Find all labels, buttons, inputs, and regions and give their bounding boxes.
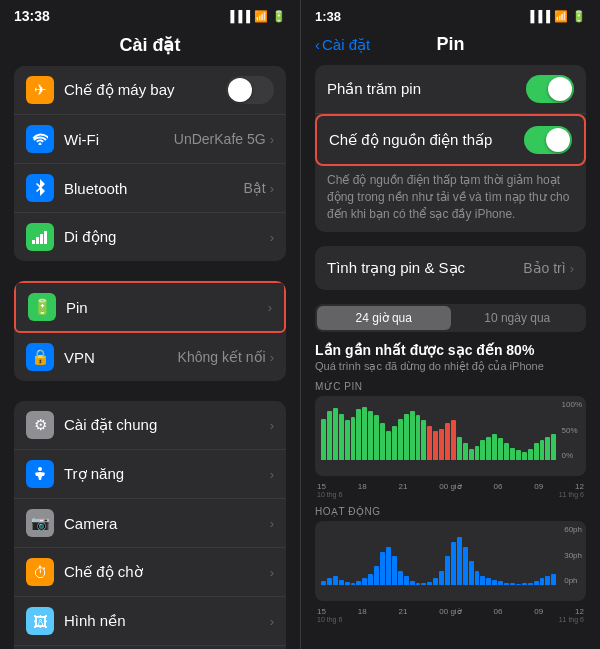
airplane-item[interactable]: ✈ Chế độ máy bay <box>14 66 286 115</box>
bar <box>486 578 491 586</box>
bar <box>392 556 397 585</box>
bar <box>416 583 421 586</box>
bar <box>451 420 456 461</box>
chart-tabs: 24 giờ qua 10 ngày qua <box>315 304 586 332</box>
standby-label: Chế độ chờ <box>64 563 270 581</box>
bar <box>427 426 432 461</box>
bar <box>445 556 450 585</box>
wifi-icon <box>26 125 54 153</box>
bar <box>386 547 391 586</box>
bar <box>545 437 550 460</box>
back-button[interactable]: ‹ Cài đặt <box>315 36 370 54</box>
wallpaper-label: Hình nền <box>64 612 270 630</box>
bluetooth-item[interactable]: Bluetooth Bật › <box>14 164 286 213</box>
tab-24h[interactable]: 24 giờ qua <box>317 306 451 330</box>
bar <box>498 581 503 586</box>
bar <box>421 420 426 461</box>
bar <box>386 431 391 460</box>
back-label: Cài đặt <box>322 36 370 54</box>
bar <box>351 583 356 586</box>
wallpaper-item[interactable]: 🖼 Hình nền › <box>14 597 286 646</box>
bar <box>534 443 539 460</box>
airplane-toggle[interactable] <box>226 76 274 104</box>
general-item[interactable]: ⚙ Cài đặt chung › <box>14 401 286 450</box>
bar <box>416 415 421 460</box>
tab-10days[interactable]: 10 ngày qua <box>451 306 585 330</box>
tinhtrang-chevron-icon: › <box>570 261 574 276</box>
bar <box>410 411 415 460</box>
bar <box>528 449 533 461</box>
bar <box>457 437 462 460</box>
hd-date-2: 11 thg 6 <box>559 616 584 623</box>
vpn-item[interactable]: 🔒 VPN Không kết nối › <box>14 333 286 381</box>
right-panel: 1:38 ▐▐▐ 📶 🔋 ‹ Cài đặt Pin Phần trăm pin… <box>300 0 600 649</box>
bar <box>356 409 361 460</box>
bar <box>398 419 403 461</box>
tinhtrang-item[interactable]: Tình trạng pin & Sạc Bảo trì › <box>315 246 586 290</box>
signal-icon: ▐▐▐ <box>227 10 250 22</box>
phantram-toggle[interactable] <box>526 75 574 103</box>
bar <box>534 581 539 586</box>
bar <box>439 571 444 586</box>
mobile-label: Di động <box>64 228 270 246</box>
right-status-bar: 1:38 ▐▐▐ 📶 🔋 <box>301 0 600 30</box>
bar <box>380 552 385 586</box>
hoat-dong-bars <box>321 527 580 585</box>
bar <box>469 449 474 461</box>
standby-item[interactable]: ⏱ Chế độ chờ › <box>14 548 286 597</box>
bar <box>463 443 468 460</box>
muc-pin-label: MỨC PIN <box>315 381 586 392</box>
svg-rect-1 <box>36 237 39 244</box>
left-status-icons: ▐▐▐ 📶 🔋 <box>227 10 286 23</box>
bar <box>510 583 515 585</box>
wifi-item[interactable]: Wi-Fi UnDerKafe 5G › <box>14 115 286 164</box>
left-time: 13:38 <box>14 8 50 24</box>
svg-point-4 <box>38 467 42 471</box>
bar <box>516 584 521 585</box>
chart-subtitle: Quá trình sạc đã dừng do nhiệt độ của iP… <box>315 360 586 373</box>
bar <box>356 581 361 586</box>
bar <box>339 414 344 460</box>
camera-item[interactable]: 📷 Camera › <box>14 499 286 548</box>
bar <box>368 411 373 460</box>
tinhtrang-group: Tình trạng pin & Sạc Bảo trì › <box>315 246 586 290</box>
bar <box>321 581 326 586</box>
hoat-dong-y-labels: 60ph 30ph 0ph <box>564 525 582 585</box>
airplane-label: Chế độ máy bay <box>64 81 226 99</box>
pin-item[interactable]: 🔋 Pin › <box>14 281 286 333</box>
bluetooth-chevron-icon: › <box>270 181 274 196</box>
phantram-item[interactable]: Phần trăm pin <box>315 65 586 114</box>
airplane-icon: ✈ <box>26 76 54 104</box>
settings-list: ✈ Chế độ máy bay Wi-Fi UnDerKafe 5G › <box>0 66 300 649</box>
bar <box>327 578 332 586</box>
bar <box>404 576 409 586</box>
bar <box>368 574 373 586</box>
accessibility-item[interactable]: Trợ năng › <box>14 450 286 499</box>
mobile-icon <box>26 223 54 251</box>
chedomguon-toggle[interactable] <box>524 126 572 154</box>
y-label-0: 0% <box>562 451 582 460</box>
bar <box>480 576 485 586</box>
left-page-title: Cài đặt <box>0 30 300 66</box>
bar <box>427 582 432 586</box>
wifi-value: UnDerKafe 5G <box>174 131 266 147</box>
general-icon: ⚙ <box>26 411 54 439</box>
bar <box>392 426 397 461</box>
general-chevron-icon: › <box>270 418 274 433</box>
wallpaper-chevron-icon: › <box>270 614 274 629</box>
bluetooth-label: Bluetooth <box>64 180 243 197</box>
bar <box>504 583 509 586</box>
y-label-100: 100% <box>562 400 582 409</box>
muc-pin-y-labels: 100% 50% 0% <box>562 400 582 460</box>
chart-title: Lần gần nhất được sạc đến 80% <box>315 342 586 358</box>
muc-pin-x-dates: 10 thg 6 11 thg 6 <box>315 491 586 498</box>
bar <box>433 431 438 460</box>
bar <box>362 578 367 586</box>
standby-icon: ⏱ <box>26 558 54 586</box>
vpn-chevron-icon: › <box>270 350 274 365</box>
chedomguon-item[interactable]: Chế độ nguồn điện thấp <box>315 114 586 166</box>
mobile-item[interactable]: Di động › <box>14 213 286 261</box>
bar <box>339 580 344 586</box>
bar <box>398 571 403 586</box>
camera-label: Camera <box>64 515 270 532</box>
